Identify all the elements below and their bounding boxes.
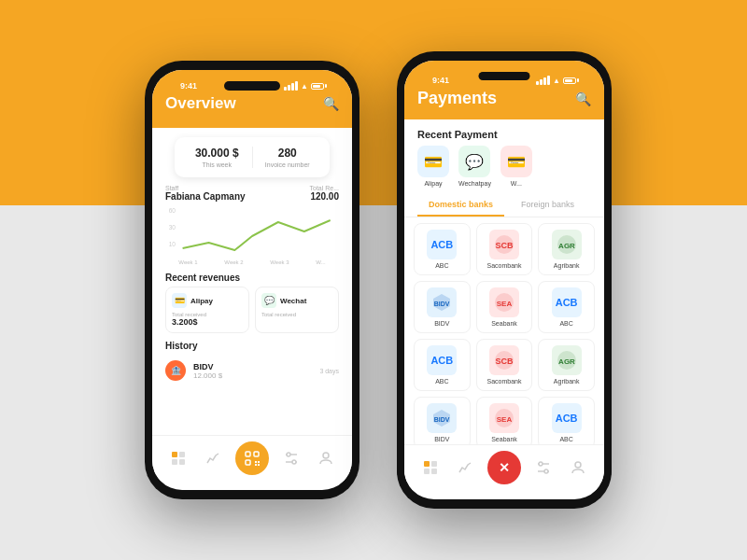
nav-grid-icon-back[interactable] — [167, 447, 190, 469]
svg-point-18 — [323, 453, 329, 458]
svg-text:AGR: AGR — [558, 357, 575, 366]
svg-text:SCB: SCB — [495, 241, 514, 250]
wifi-icon-front: ▲ — [553, 77, 560, 85]
svg-text:30: 30 — [169, 224, 176, 231]
svg-rect-5 — [172, 459, 177, 465]
stats-row: 30.000 $ This week 280 Invoice number — [175, 137, 330, 177]
recent-revenues-title: Recent revenues — [152, 265, 352, 287]
stats-container: 30.000 $ This week 280 Invoice number — [152, 137, 352, 177]
bank-grid: ACB ABC SCB Sacombank AGR Agribank — [404, 223, 604, 449]
bank-item-sea1[interactable]: SEA Seabank — [476, 281, 533, 333]
bidv1-name: BIDV — [434, 320, 449, 327]
bank-item-acb2[interactable]: ACB ABC — [538, 281, 595, 333]
svg-text:AGR: AGR — [558, 242, 575, 250]
sacom1-icon: SCB — [489, 230, 519, 259]
week4-label: W... — [316, 259, 325, 265]
bidv-name: BIDV — [193, 362, 312, 371]
acb3-icon: ACB — [427, 345, 457, 375]
tab-domestic[interactable]: Domestic banks — [417, 194, 504, 217]
svg-text:60: 60 — [169, 207, 176, 214]
bank-item-sea2[interactable]: SEA Seabank — [476, 397, 533, 449]
nav-chart-icon-front[interactable] — [454, 456, 476, 479]
tab-foreign[interactable]: Foreign banks — [504, 194, 591, 217]
nav-adjust-icon-front[interactable] — [532, 456, 555, 479]
svg-text:SEA: SEA — [497, 415, 513, 424]
nav-user-icon-front[interactable] — [567, 456, 589, 479]
pm-other-icon: 💳 — [500, 146, 532, 177]
alipay-name: Alipay — [190, 297, 213, 305]
overview-search-icon[interactable]: 🔍 — [323, 96, 339, 111]
revenue-card-wechat[interactable]: 💬 Wechat Total received — [255, 287, 339, 333]
staff-info: Staff Fabiana Capmany — [165, 185, 246, 202]
bank-item-sacom2[interactable]: SCB Sacombank — [476, 339, 533, 391]
stat-invoice-label: Invoice number — [253, 161, 323, 168]
sacom2-name: Sacombank — [487, 378, 522, 385]
svg-rect-36 — [431, 461, 437, 467]
pm-other-label: W... — [511, 180, 522, 187]
rev-header-wechat: 💬 Wechat — [261, 293, 332, 308]
sacom2-icon: SCB — [489, 345, 519, 375]
svg-rect-3 — [172, 452, 177, 457]
bank-item-agri2[interactable]: AGR Agribank — [538, 339, 595, 391]
pm-wechat-icon: 💬 — [458, 146, 490, 177]
bank-item-agri1[interactable]: AGR Agribank — [538, 223, 595, 275]
total-label: Total Re... — [309, 185, 339, 191]
rev-header-alipay: 💳 Alipay — [172, 293, 243, 308]
stat-week-label: This week — [182, 161, 252, 168]
svg-point-42 — [544, 469, 548, 473]
bank-item-acb4[interactable]: ACB ABC — [538, 397, 595, 449]
bottom-nav-front: ✕ — [404, 444, 604, 490]
bank-item-acb3[interactable]: ACB ABC — [414, 339, 471, 391]
overview-screen: 9:41 ▲ Over — [152, 70, 352, 490]
week2-label: Week 2 — [224, 259, 243, 265]
stat-week-value: 30.000 $ — [182, 147, 252, 160]
wechat-icon: 💬 — [261, 293, 276, 308]
scene: 9:41 ▲ Over — [0, 0, 747, 560]
nav-close-button-front[interactable]: ✕ — [487, 451, 521, 484]
chart-container: 60 30 10 — [152, 203, 352, 259]
bank-item-bidv1[interactable]: BIDV BIDV — [414, 281, 471, 333]
overview-title-row: Overview 🔍 — [165, 94, 339, 119]
acb3-name: ABC — [435, 378, 448, 385]
bidv-info: BIDV 12.000 $ — [193, 362, 312, 380]
agri1-icon: AGR — [552, 230, 582, 259]
pm-wechat[interactable]: 💬 Wechatpay — [458, 146, 491, 187]
pm-other[interactable]: 💳 W... — [500, 146, 532, 187]
battery-icon — [311, 83, 324, 90]
bank-item-sacom1[interactable]: SCB Sacombank — [476, 223, 533, 275]
status-icons-back: ▲ — [284, 81, 324, 91]
bidv-amount: 12.000 $ — [193, 371, 312, 380]
nav-user-icon-back[interactable] — [315, 447, 337, 469]
revenue-cards: 💳 Alipay Total received 3.200$ 💬 Wechat … — [152, 287, 352, 333]
svg-text:BIDV: BIDV — [434, 301, 450, 307]
recent-payment-title: Recent Payment — [404, 119, 604, 146]
nav-adjust-icon-back[interactable] — [280, 447, 303, 469]
svg-point-15 — [287, 453, 290, 456]
stat-invoice: 280 Invoice number — [253, 147, 323, 168]
nav-chart-icon-back[interactable] — [202, 447, 224, 469]
background-top — [0, 0, 747, 205]
history-item-bidv[interactable]: 🏦 BIDV 12.000 $ 3 days — [152, 355, 352, 386]
svg-point-43 — [575, 462, 581, 468]
payments-search-icon[interactable]: 🔍 — [575, 91, 591, 106]
background-bottom — [0, 205, 747, 560]
agri2-name: Agribank — [554, 378, 580, 385]
week1-label: Week 1 — [178, 259, 197, 265]
bank-item-bidv2[interactable]: BIDV BIDV — [414, 397, 471, 449]
wechat-sub: Total received — [261, 312, 332, 317]
acb1-icon: ACB — [427, 230, 457, 259]
stat-week: 30.000 $ This week — [182, 147, 253, 168]
revenue-card-alipay[interactable]: 💳 Alipay Total received 3.200$ — [165, 287, 249, 333]
time-front: 9:41 — [432, 76, 449, 85]
overview-header: 9:41 ▲ Over — [152, 70, 352, 128]
nav-scan-button-back[interactable] — [235, 441, 269, 475]
nav-grid-icon-front[interactable] — [419, 456, 442, 479]
svg-text:SCB: SCB — [495, 357, 514, 366]
staff-label: Staff — [165, 185, 246, 191]
battery-icon-front — [563, 77, 576, 84]
wechat-name: Wechat — [280, 297, 306, 305]
bidv2-name: BIDV — [434, 436, 449, 442]
bank-item-acb1[interactable]: ACB ABC — [414, 223, 471, 275]
pm-alipay[interactable]: 💳 Alipay — [417, 146, 449, 187]
svg-text:10: 10 — [169, 241, 176, 247]
